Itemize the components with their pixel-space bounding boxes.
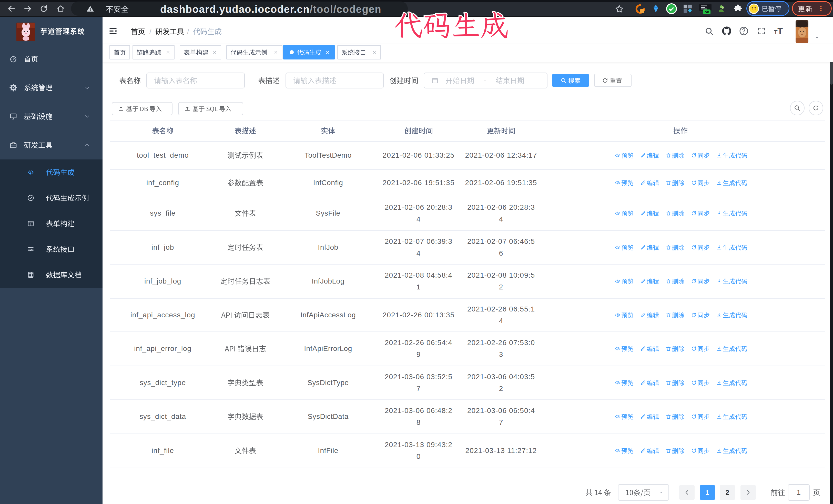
svg-text:on: on (705, 10, 709, 14)
